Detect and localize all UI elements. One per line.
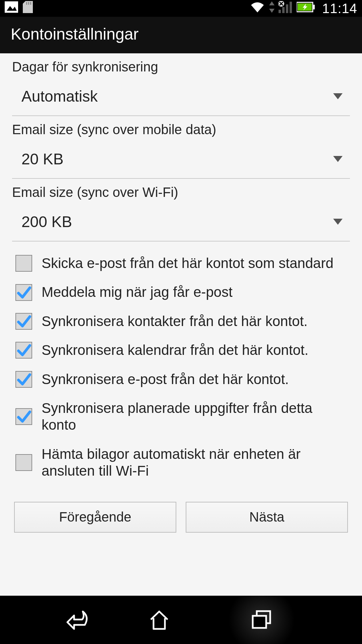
- sync-email-row[interactable]: Synkronisera e-post från det här kontot.: [12, 365, 350, 394]
- sync-contacts-row[interactable]: Synkronisera kontakter från det här kont…: [12, 307, 350, 336]
- svg-rect-20: [253, 616, 266, 628]
- next-button[interactable]: Nästa: [186, 502, 348, 533]
- sync-email-label: Synkronisera e-post från det här kontot.: [42, 371, 289, 388]
- status-clock: 11:14: [322, 1, 357, 16]
- sync-days-spinner[interactable]: Automatisk: [12, 77, 350, 116]
- notify-email-checkbox[interactable]: [15, 284, 32, 301]
- svg-rect-9: [282, 7, 285, 13]
- data-updown-icon: [268, 1, 275, 16]
- status-bar: 11:14: [0, 0, 362, 17]
- page-title: Kontoinställningar: [11, 25, 139, 43]
- email-size-wifi-value: 200 KB: [21, 213, 72, 231]
- svg-rect-0: [5, 1, 18, 13]
- home-button[interactable]: [144, 605, 174, 635]
- svg-rect-5: [30, 2, 31, 5]
- sync-days-label: Dagar för synkronisering: [12, 53, 350, 77]
- sync-calendar-row[interactable]: Synkronisera kalendrar från det här kont…: [12, 336, 350, 365]
- picture-icon: [5, 1, 18, 16]
- email-size-mobile-value: 20 KB: [21, 150, 63, 168]
- default-account-label: Skicka e-post från det här kontot som st…: [42, 255, 334, 272]
- svg-rect-10: [286, 4, 288, 13]
- navigation-bar: [0, 596, 362, 644]
- previous-button[interactable]: Föregående: [14, 502, 176, 533]
- settings-content: Dagar för synkronisering Automatisk Emai…: [0, 53, 362, 596]
- sync-calendar-label: Synkronisera kalendrar från det här kont…: [42, 342, 308, 359]
- email-size-mobile-spinner[interactable]: 20 KB: [12, 140, 350, 179]
- svg-rect-3: [26, 2, 27, 5]
- sync-calendar-checkbox[interactable]: [15, 342, 32, 359]
- email-size-wifi-spinner[interactable]: 200 KB: [12, 203, 350, 241]
- chevron-down-icon: [333, 219, 343, 225]
- svg-rect-8: [279, 10, 281, 13]
- sync-tasks-checkbox[interactable]: [15, 408, 32, 425]
- notify-email-row[interactable]: Meddela mig när jag får e-post: [12, 278, 350, 307]
- sync-days-value: Automatisk: [21, 87, 98, 105]
- wifi-icon: [250, 1, 265, 16]
- chevron-down-icon: [333, 93, 343, 99]
- sync-email-checkbox[interactable]: [15, 371, 32, 388]
- auto-download-attachments-row[interactable]: Hämta bilagor automatiskt när enheten är…: [12, 440, 350, 486]
- button-row: Föregående Nästa: [12, 502, 350, 533]
- chevron-down-icon: [333, 156, 343, 162]
- svg-marker-6: [269, 1, 275, 5]
- svg-rect-16: [313, 5, 315, 9]
- svg-marker-7: [269, 9, 275, 13]
- svg-rect-11: [290, 2, 292, 13]
- default-account-checkbox[interactable]: [15, 255, 32, 272]
- auto-download-attachments-label: Hämta bilagor automatiskt när enheten är…: [42, 446, 350, 480]
- no-signal-icon: [279, 1, 293, 16]
- svg-marker-2: [23, 1, 33, 13]
- action-bar: Kontoinställningar: [0, 17, 362, 53]
- default-account-row[interactable]: Skicka e-post från det här kontot som st…: [12, 249, 350, 278]
- email-size-mobile-label: Email size (sync over mobile data): [12, 116, 350, 140]
- recent-apps-button[interactable]: [225, 596, 298, 644]
- sync-contacts-checkbox[interactable]: [15, 313, 32, 330]
- battery-charging-icon: [297, 1, 315, 15]
- svg-rect-4: [28, 2, 29, 5]
- sync-contacts-label: Synkronisera kontakter från det här kont…: [42, 313, 308, 330]
- email-size-wifi-label: Email size (sync over Wi-Fi): [12, 179, 350, 203]
- sd-card-icon: [23, 1, 33, 16]
- notify-email-label: Meddela mig när jag får e-post: [42, 284, 233, 301]
- auto-download-attachments-checkbox[interactable]: [15, 454, 32, 471]
- sync-tasks-row[interactable]: Synkronisera planerade uppgifter från de…: [12, 394, 350, 440]
- sync-tasks-label: Synkronisera planerade uppgifter från de…: [42, 400, 350, 434]
- back-button[interactable]: [64, 605, 94, 635]
